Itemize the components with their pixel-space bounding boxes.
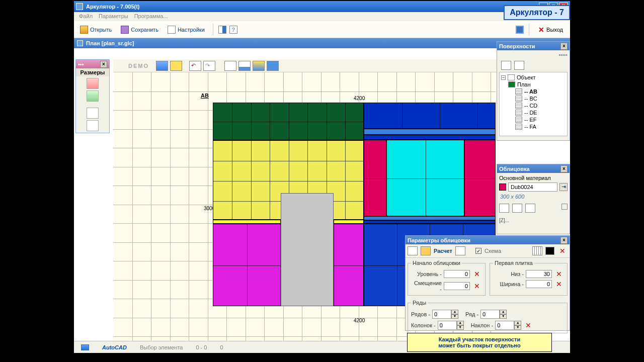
tree-item-ab[interactable]: -- AB	[501, 88, 566, 95]
tilt-down[interactable]: ▼	[514, 325, 521, 330]
facing-tool-2[interactable]	[512, 204, 522, 213]
bottom-input[interactable]	[526, 270, 552, 278]
cols-input[interactable]	[438, 321, 457, 330]
params-close-button[interactable]: ×	[560, 237, 568, 244]
rows-up[interactable]: ▲	[451, 310, 458, 314]
workspace: •••× Размеры DEMO ↶ ↷	[74, 48, 570, 341]
wall-icon	[515, 96, 522, 102]
cols-label: Колонок -	[411, 322, 436, 328]
facing-tool-1[interactable]	[499, 204, 509, 213]
sizes-tool-1[interactable]	[87, 78, 99, 89]
exit-button[interactable]: ✕Выход	[534, 25, 567, 35]
menu-file[interactable]: Файл	[79, 13, 93, 20]
doctb-layout-3[interactable]	[253, 61, 265, 71]
region-green	[213, 103, 364, 140]
save-button[interactable]: Сохранить	[118, 25, 162, 35]
tree-item-de[interactable]: -- DE	[501, 109, 566, 116]
region-yellow-strip	[213, 220, 281, 224]
surfaces-header[interactable]: Поверхности×	[497, 42, 570, 50]
calc-button[interactable]: Расчет	[434, 248, 452, 254]
material-picker-button[interactable]: ⇥	[559, 183, 568, 191]
tree-item-fa[interactable]: -- FA	[501, 123, 566, 130]
surfaces-tree[interactable]: −Объект План -- AB -- BC -- CD -- DE -- …	[499, 72, 568, 136]
width-clear[interactable]: ✕	[554, 280, 564, 288]
doctb-view-2[interactable]	[170, 61, 182, 71]
document-titlebar: План [plan_sr.glc]	[74, 38, 570, 48]
tilt-spinner[interactable]: ▲▼	[495, 321, 521, 330]
doctb-layout-1[interactable]	[224, 61, 236, 71]
tree-item-bc[interactable]: -- BC	[501, 95, 566, 102]
row-spinner[interactable]: ▲▼	[480, 310, 507, 319]
facing-tool-3[interactable]	[525, 204, 535, 213]
row-down[interactable]: ▼	[500, 314, 507, 319]
product-badge: Аркулятор - 7	[504, 5, 570, 20]
tree-item-cd[interactable]: -- CD	[501, 102, 566, 109]
sizes-close-button[interactable]: ×	[100, 61, 107, 68]
params-tool-1[interactable]	[408, 246, 418, 255]
cols-down[interactable]: ▼	[457, 325, 464, 330]
doctb-layout-4[interactable]	[267, 61, 279, 71]
cols-up[interactable]: ▲	[457, 321, 464, 325]
menu-program[interactable]: Программа...	[134, 13, 168, 20]
surfaces-tool-1[interactable]	[501, 61, 511, 70]
collapse-icon[interactable]: −	[501, 75, 506, 80]
facing-header[interactable]: Облицовка×	[497, 164, 570, 173]
params-tool-3[interactable]	[455, 246, 465, 255]
offset-clear[interactable]: ✕	[472, 282, 482, 290]
settings-button[interactable]: Настройки	[165, 25, 208, 35]
bottom-clear[interactable]: ✕	[554, 270, 564, 278]
tilt-up[interactable]: ▲	[514, 321, 521, 325]
params-tool-2[interactable]	[421, 246, 431, 255]
sizes-tool-4[interactable]	[87, 120, 99, 131]
material-swatch	[499, 184, 506, 191]
tilt-input[interactable]	[495, 321, 514, 330]
sizes-tool-2[interactable]	[87, 90, 99, 102]
wall-icon	[515, 124, 522, 130]
sizes-header[interactable]: •••×	[76, 60, 109, 68]
facing-close-button[interactable]: ×	[560, 165, 568, 172]
undo-button[interactable]: ↶	[189, 61, 201, 71]
open-button[interactable]: Открыть	[77, 25, 115, 35]
rows-spinner[interactable]: ▲▼	[432, 310, 458, 319]
row-up[interactable]: ▲	[500, 310, 507, 314]
wall-icon	[515, 88, 522, 95]
surfaces-header-label: Поверхности	[499, 43, 535, 49]
help-icon[interactable]: ?	[229, 26, 237, 34]
sizes-title: Размеры	[76, 68, 109, 76]
rows-input[interactable]	[432, 310, 451, 319]
tree-root[interactable]: −Объект	[501, 74, 566, 81]
row-input[interactable]	[480, 310, 500, 319]
schema-checkbox[interactable]: ✓	[475, 248, 481, 254]
region-magenta-left	[213, 224, 281, 306]
tree-item-ef[interactable]: -- EF	[501, 116, 566, 123]
surfaces-close-button[interactable]: ×	[560, 43, 568, 50]
offset-input[interactable]	[444, 282, 470, 290]
start-fieldset: Начало облицовки Уровень -✕ Смещение -✕	[408, 260, 486, 296]
level-clear[interactable]: ✕	[472, 270, 482, 278]
cols-spinner[interactable]: ▲▼	[438, 321, 464, 330]
toolbar-icon-1[interactable]	[218, 26, 226, 34]
surfaces-tool-2[interactable]	[514, 61, 524, 70]
facing-checkbox[interactable]	[561, 204, 568, 210]
width-input[interactable]	[526, 280, 552, 288]
params-x-button[interactable]: ✕	[557, 247, 568, 255]
params-toolbar: Расчет ✓ Схема ✕	[406, 244, 570, 258]
doctb-view-1[interactable]	[156, 61, 168, 71]
params-tool-grid[interactable]	[532, 246, 542, 255]
surfaces-panel: Поверхности× ••••• −Объект План -- AB --…	[497, 41, 570, 141]
doctb-layout-2[interactable]	[238, 61, 251, 71]
tree-plan[interactable]: План	[501, 81, 566, 88]
tooltip-line2: может быть покрыт отдельно	[413, 342, 546, 348]
level-input[interactable]	[444, 270, 470, 278]
sizes-tool-3[interactable]	[87, 108, 99, 119]
color-swatch-black[interactable]	[545, 247, 554, 255]
material-name[interactable]: Dub0024	[508, 183, 557, 192]
sizes-panel: •••× Размеры	[75, 59, 110, 133]
rows-down[interactable]: ▼	[451, 314, 458, 319]
calc-icon[interactable]	[516, 26, 524, 34]
redo-button[interactable]: ↷	[203, 61, 215, 71]
document-title: План [plan_sr.glc]	[86, 40, 134, 46]
menu-params[interactable]: Параметры	[99, 13, 128, 20]
tilt-clear[interactable]: ✕	[523, 321, 533, 329]
params-header[interactable]: Параметры облицовки×	[406, 236, 570, 244]
